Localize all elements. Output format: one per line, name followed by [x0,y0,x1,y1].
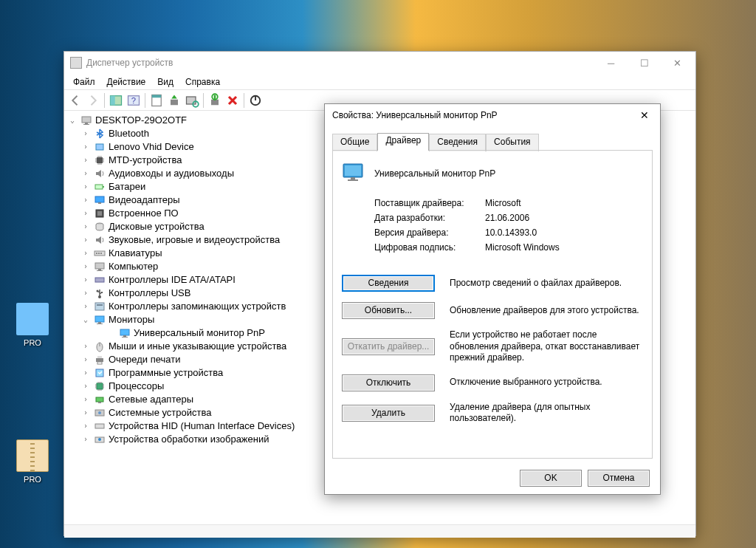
expander-icon[interactable]: › [80,208,91,219]
expander-icon[interactable]: › [80,408,91,418]
svg-rect-42 [122,337,128,338]
tree-label: Устройства HID (Human Interface Devices) [109,419,295,433]
device-manager-icon [70,57,82,69]
minimize-button[interactable]: ─ [594,52,628,73]
expander-icon[interactable]: › [80,288,91,298]
svg-rect-35 [95,303,104,310]
update-driver-button[interactable] [166,92,182,109]
expander-icon[interactable]: › [80,261,91,272]
expander-icon[interactable]: › [80,434,91,445]
dialog-close-button[interactable]: ✕ [633,106,656,125]
driver-details-desc: Просмотр сведений о файлах драйверов. [450,278,643,290]
uninstall-device-button[interactable]: Удалить [342,405,435,422]
signer-label: Цифровая подпись: [374,242,485,253]
computer-icon [80,114,92,126]
desktop-icon-folder[interactable]: PRO [10,303,55,347]
tab-events[interactable]: События [486,134,539,151]
tab-general[interactable]: Общие [332,134,377,151]
svg-rect-31 [95,278,104,282]
svg-rect-19 [95,196,104,202]
expander-icon[interactable]: › [80,222,91,232]
menu-action[interactable]: Действие [101,75,152,89]
menu-file[interactable]: Файл [67,75,101,89]
expander-icon[interactable]: › [80,355,91,365]
device-name: Универсальный монитор PnP [374,168,495,179]
svg-point-52 [98,411,101,414]
driver-details-button[interactable]: Сведения [342,275,435,292]
expander-icon[interactable]: › [80,381,91,391]
firmware-icon [94,208,106,219]
tree-label: MTD-устройства [109,154,182,167]
properties-button[interactable] [148,92,165,109]
scan-button[interactable] [184,92,200,109]
enable-button[interactable] [207,92,223,109]
tree-label: Мыши и иные указывающие устройства [109,340,286,353]
ok-button[interactable]: OK [520,470,582,487]
tree-label: Устройства обработки изображений [109,433,269,446]
tree-label: Сетевые адаптеры [109,393,193,406]
tree-label: Звуковые, игровые и видеоустройства [109,233,280,247]
svg-rect-37 [95,316,104,322]
menu-help[interactable]: Справка [179,75,226,89]
disk-icon [94,221,106,233]
close-button[interactable]: ✕ [661,52,694,73]
display-icon [94,194,106,206]
maximize-button[interactable]: ☐ [628,52,661,73]
expander-icon[interactable]: › [80,168,91,179]
disable-button[interactable] [247,92,264,109]
svg-rect-28 [95,263,104,269]
expander-icon[interactable]: ⌄ [80,315,91,325]
rollback-driver-button[interactable]: Откатить драйвер... [342,338,435,355]
tree-label: Bluetooth [109,127,149,140]
svg-rect-40 [120,329,129,335]
show-hide-tree-button[interactable] [108,92,124,109]
desktop-icon-label: PRO [10,475,55,484]
computer-icon [94,261,106,273]
expander-icon[interactable]: › [80,248,91,258]
statusbar [64,524,695,538]
expander-icon[interactable]: › [80,341,91,352]
expander-icon[interactable]: › [80,235,91,245]
expander-icon[interactable]: › [80,421,91,431]
expander-icon[interactable]: › [80,155,91,165]
tab-details[interactable]: Сведения [429,134,486,151]
folder-icon [16,303,49,335]
expander-icon[interactable]: › [80,129,91,139]
forward-button[interactable] [85,92,101,109]
tree-label: Видеоадаптеры [109,193,180,207]
expander-icon[interactable]: ⌄ [67,115,78,126]
tree-label: Процессоры [109,380,164,393]
help-button[interactable]: ? [126,92,142,109]
expander-icon[interactable]: › [80,275,91,285]
menu-view[interactable]: Вид [151,75,179,89]
expander-icon[interactable]: › [80,182,91,192]
expander-icon[interactable]: › [80,195,91,205]
svg-rect-30 [97,270,103,271]
disable-device-button[interactable]: Отключить [342,374,435,391]
svg-rect-38 [98,322,101,323]
expander-icon[interactable]: › [80,368,91,378]
titlebar: Диспетчер устройств ─ ☐ ✕ [64,52,695,74]
menubar: Файл Действие Вид Справка [64,74,695,90]
expander-icon[interactable]: › [80,394,91,405]
tree-label: Контроллеры USB [109,287,190,300]
svg-rect-17 [95,185,103,189]
update-driver-button[interactable]: Обновить... [342,302,435,319]
chip-icon [94,154,106,166]
cancel-button[interactable]: Отмена [588,470,650,487]
svg-rect-22 [97,211,102,216]
back-button[interactable] [67,92,83,109]
expander-icon[interactable]: › [80,142,91,152]
version-label: Версия драйвера: [374,227,485,238]
audio-icon [94,234,106,246]
tab-driver[interactable]: Драйвер [377,133,429,151]
desktop-icon-zip[interactable]: PRO [10,439,55,484]
tab-strip: Общие Драйвер Сведения События [332,132,653,150]
tree-label: Универсальный монитор PnP [134,326,265,340]
cpu-icon [94,380,106,392]
expander-icon[interactable]: › [80,301,91,312]
uninstall-device-desc: Удаление драйвера (для опытных пользоват… [450,402,643,425]
uninstall-button[interactable] [224,92,241,109]
svg-rect-36 [97,304,103,306]
usb-icon [94,287,106,299]
